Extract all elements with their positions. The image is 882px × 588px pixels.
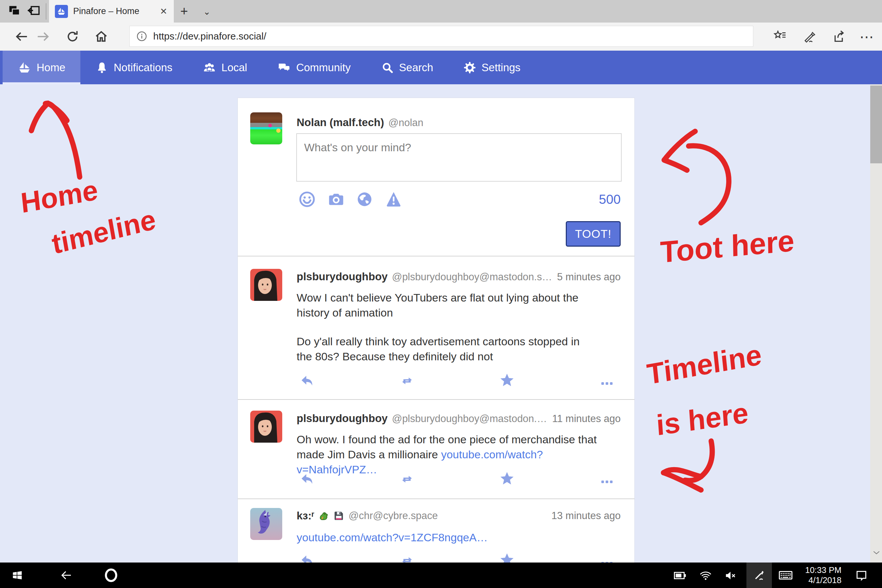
new-tab-button[interactable]: + — [180, 4, 188, 19]
windows-ink-button[interactable] — [746, 562, 772, 588]
post-timestamp[interactable]: 5 minutes ago — [557, 271, 621, 283]
boost-icon[interactable] — [399, 373, 415, 389]
touch-keyboard-button[interactable] — [774, 562, 798, 588]
emoji-picker-icon[interactable] — [298, 190, 316, 208]
post-handle[interactable]: @chr@cybre.space — [348, 510, 547, 522]
battery-indicator[interactable] — [670, 562, 690, 588]
url-bar[interactable]: https://dev.pinafore.social/ — [129, 26, 753, 47]
favorites-button[interactable] — [770, 22, 790, 51]
more-options-icon[interactable] — [599, 376, 615, 392]
post-avatar[interactable] — [250, 508, 282, 540]
boost-icon[interactable] — [399, 553, 415, 562]
nav-item-local[interactable]: Local — [188, 51, 262, 84]
reply-icon[interactable] — [299, 471, 315, 487]
favorite-star-icon[interactable] — [499, 471, 515, 486]
action-center-button[interactable] — [850, 562, 873, 588]
scrollbar-track[interactable] — [870, 84, 882, 562]
post-handle[interactable]: @plsburydoughboy@mastodon.s… — [392, 413, 548, 424]
tab-close-icon[interactable]: ✕ — [160, 6, 167, 16]
taskbar-back-button[interactable] — [55, 562, 78, 588]
scrollbar-down-arrow[interactable] — [873, 550, 880, 556]
favorites-star-icon — [772, 29, 788, 44]
nav-label: Notifications — [114, 62, 172, 74]
taskbar-clock[interactable]: 10:33 PM 4/1/2018 — [797, 565, 842, 585]
boost-icon[interactable] — [399, 471, 415, 487]
forward-button[interactable] — [33, 22, 54, 51]
post-avatar[interactable] — [250, 411, 282, 442]
post-header: plsburydoughboy @plsburydoughboy@mastodo… — [297, 412, 621, 424]
toot-here-arrow — [664, 131, 695, 170]
post-display-name[interactable]: plsburydoughboy — [297, 270, 388, 283]
nav-item-home[interactable]: Home — [3, 51, 80, 84]
privacy-globe-icon[interactable] — [356, 190, 374, 208]
browser-tab-pinafore[interactable]: Pinafore – Home ✕ — [49, 0, 174, 22]
nav-item-search[interactable]: Search — [366, 51, 448, 84]
post-timestamp[interactable]: 13 minutes ago — [551, 510, 621, 522]
content-warning-icon[interactable] — [385, 190, 402, 208]
toot-button[interactable]: TOOT! — [566, 221, 621, 247]
windows-logo-icon — [11, 569, 23, 581]
media-upload-icon[interactable] — [327, 190, 345, 208]
sailboat-icon — [18, 61, 32, 75]
web-note-button[interactable] — [799, 22, 820, 51]
post-handle[interactable]: @plsburydoughboy@mastodon.so… — [392, 271, 553, 283]
wifi-indicator[interactable] — [696, 562, 716, 588]
compose-textarea[interactable]: What's on your mind? — [296, 133, 622, 182]
dragon-emoji — [318, 510, 330, 522]
annotation-timeline-is-here-2: is here — [655, 396, 749, 442]
nav-label: Local — [222, 62, 247, 74]
site-info-icon[interactable] — [136, 31, 147, 42]
forward-icon — [36, 29, 50, 44]
tabs-preview-button[interactable] — [26, 4, 41, 18]
share-button[interactable] — [828, 22, 849, 51]
reply-icon[interactable] — [299, 373, 315, 389]
nav-item-settings[interactable]: Settings — [448, 51, 536, 84]
cortana-circle-icon — [104, 567, 118, 583]
more-options-icon[interactable] — [599, 474, 615, 490]
post-text: youtube.com/watch?v=1ZCF8ngqeA… — [297, 530, 610, 545]
home-timeline-arrow — [45, 103, 80, 177]
home-button[interactable] — [91, 22, 112, 51]
floppy-disk-emoji — [333, 510, 344, 521]
settings-more-button[interactable]: ⋯ — [856, 22, 878, 51]
compose-display-name[interactable]: Nolan (malf.tech) — [297, 116, 384, 129]
search-icon — [381, 61, 394, 74]
url-text[interactable]: https://dev.pinafore.social/ — [153, 31, 266, 42]
ink-pen-icon — [752, 568, 766, 582]
cortana-button[interactable] — [98, 562, 124, 588]
post-display-name[interactable]: kз:ʳ — [297, 510, 314, 522]
volume-muted-button[interactable] — [721, 562, 741, 588]
set-tabs-aside-button[interactable] — [7, 4, 22, 18]
back-button[interactable] — [11, 22, 32, 51]
annotation-timeline-is-here-1: Timeline — [645, 338, 763, 391]
tab-title: Pinafore – Home — [73, 6, 160, 16]
post-timestamp[interactable]: 11 minutes ago — [552, 413, 621, 424]
more-options-icon[interactable] — [599, 555, 615, 562]
post-header: kз:ʳ @chr@cybre.space 13 minutes ago — [297, 510, 621, 522]
keyboard-icon — [778, 568, 793, 583]
post-display-name[interactable]: plsburydoughboy — [297, 412, 388, 424]
post-link[interactable]: youtube.com/watch?v=1ZCF8ngqeA… — [297, 531, 488, 544]
nav-item-community[interactable]: Community — [262, 51, 366, 84]
nav-label: Home — [37, 62, 65, 74]
chat-bubbles-icon — [278, 61, 291, 75]
nav-item-notifications[interactable]: Notifications — [80, 51, 188, 84]
tab-preview-chevron-icon[interactable]: ⌄ — [203, 6, 211, 17]
refresh-icon — [65, 29, 80, 44]
compose-avatar[interactable] — [250, 112, 282, 144]
back-icon — [60, 568, 73, 582]
reply-icon[interactable] — [299, 553, 315, 562]
action-center-icon — [855, 569, 868, 582]
compose-handle[interactable]: @nolan — [388, 117, 621, 129]
home-icon — [94, 29, 108, 44]
refresh-button[interactable] — [62, 22, 83, 51]
start-button[interactable] — [6, 562, 29, 588]
speaker-muted-icon — [724, 568, 738, 582]
favorite-star-icon[interactable] — [499, 372, 515, 388]
post-text: Do y'all really think toy advertisement … — [297, 334, 597, 364]
scrollbar-thumb[interactable] — [870, 86, 882, 164]
favorite-star-icon[interactable] — [499, 552, 515, 562]
restore-tabs-icon — [27, 4, 41, 19]
pinafore-navbar: Home Notifications Local Community Searc… — [0, 51, 882, 84]
post-avatar[interactable] — [250, 269, 282, 301]
